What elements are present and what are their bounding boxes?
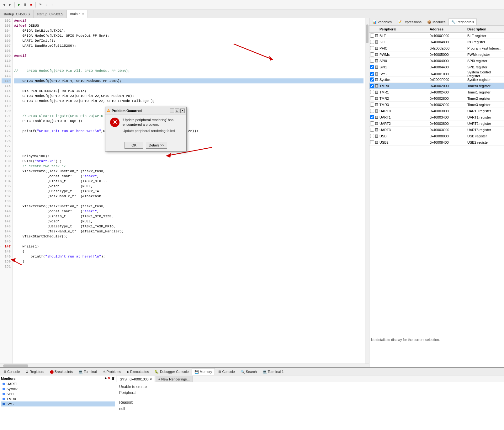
peripheral-row-tmr0[interactable]: 🔲 TMR0 0x40002000 Timer0 register	[369, 83, 504, 89]
peripheral-row-uart3[interactable]: 🔲 UART3 0x40003C00 UART3 register	[369, 127, 504, 133]
tab-terminal1[interactable]: 💻 Terminal 1	[260, 368, 287, 375]
peripheral-row-uart0[interactable]: 🔲 UART0 0x40003000 UART0 register	[369, 108, 504, 114]
cb-uart3[interactable]	[370, 128, 374, 132]
console-label: Console	[7, 370, 20, 374]
cb-tmr2[interactable]	[370, 96, 374, 100]
tab-console[interactable]: 🖥 Console	[0, 368, 23, 375]
monitor-item-tmr0[interactable]: TMR0	[1, 396, 115, 401]
cb-uart1[interactable]	[370, 115, 374, 119]
close-tab-icon[interactable]: ✕	[82, 12, 84, 15]
peripheral-row-tmr1[interactable]: 🔲 TMR1 0x40002400 Timer1 register	[369, 89, 504, 95]
modal-warning-icon: ⚠	[107, 109, 110, 113]
tab-startup2[interactable]: startup_CH583.S	[33, 10, 66, 18]
tab-console2[interactable]: 🖥 Console	[215, 368, 237, 375]
step-return-icon[interactable]: ↑	[50, 2, 55, 7]
expressions-icon: 📝	[397, 20, 402, 24]
tab-mainc[interactable]: main.c ✕	[67, 10, 88, 18]
tab-memory[interactable]: 💾 Memory	[192, 368, 215, 375]
tab-registers[interactable]: ⚙ Registers	[23, 368, 47, 375]
monitors-header-icons: + ✕ 🗑	[105, 376, 115, 380]
peripheral-row-i2c[interactable]: 🔲 I2C 0x40004800 I2C register	[369, 39, 504, 45]
modal-titlebar: ⚠ Problem Occurred ─ □ ✕	[105, 107, 186, 114]
col-description: Description	[467, 27, 503, 31]
tab-debugger-console[interactable]: 🐛 Debugger Console	[152, 368, 192, 375]
tab-startup1[interactable]: startup_CH583.S	[0, 10, 33, 18]
cb-uart0[interactable]	[370, 109, 374, 113]
console2-icon: 🖥	[218, 370, 221, 374]
cb-tmr0[interactable]	[370, 84, 374, 88]
peripheral-row-uart2[interactable]: 🔲 UART2 0x40003800 UART2 register	[369, 120, 504, 127]
memory-label: Memory	[200, 370, 212, 374]
pdesc-ble: BLE register	[467, 34, 503, 38]
modal-maximize-btn[interactable]: □	[175, 109, 179, 113]
tab-breakpoints[interactable]: ⬤ Breakpoints	[47, 368, 76, 375]
details-button[interactable]: Details >>	[146, 142, 167, 149]
step-into-icon[interactable]: ↓	[44, 2, 49, 7]
monitor-item-spi1[interactable]: SPI1	[1, 391, 115, 396]
back-icon[interactable]: ◀	[2, 2, 7, 7]
peripheral-row-usb2[interactable]: 🔲 USB2 0x40008400 USB2 register	[369, 139, 504, 146]
tab-search[interactable]: 🔍 Search	[238, 368, 260, 375]
cb-usb2[interactable]	[370, 140, 374, 144]
peripheral-row-tmr3[interactable]: 🔲 TMR3 0x40002C00 Timer3 register	[369, 102, 504, 108]
monitors-header: Monitors + ✕ 🗑	[1, 376, 115, 380]
cb-systick[interactable]	[370, 77, 374, 82]
peripherals-table: Peripheral Address Description 🔲 BLE 0x4…	[369, 26, 504, 336]
peripheral-row-systick[interactable]: 🔲 Systick 0xE000F000 Systick register	[369, 77, 504, 83]
monitors-clear-icon[interactable]: 🗑	[111, 376, 115, 380]
monitor-item-sys[interactable]: SYS	[1, 401, 115, 406]
editor-scrollbar-h[interactable]	[0, 364, 369, 367]
editor-scrollbar-v[interactable]	[365, 18, 369, 364]
editor-scrollbar-thumb[interactable]	[366, 24, 369, 43]
monitors-remove-icon[interactable]: ✕	[108, 376, 110, 380]
peripheral-row-spi0[interactable]: 🔲 SPI0 0x40004000 SPI0 register	[369, 58, 504, 64]
tab-executables[interactable]: ▶ Executables	[124, 368, 152, 375]
monitor-label-uart1: UART1	[7, 382, 18, 386]
memory-tab-sys-label: SYS : 0x40001000	[120, 377, 149, 381]
problems-icon: ⚠	[103, 370, 106, 374]
editor-scrollbar-h-thumb[interactable]	[3, 364, 28, 367]
cb-sys[interactable]	[370, 72, 374, 76]
tab-modules[interactable]: 📦 Modules	[424, 19, 448, 25]
new-renderings-btn[interactable]: + New Renderings...	[156, 376, 193, 382]
cb-i2c[interactable]	[370, 40, 374, 44]
tab-variables[interactable]: 📊 Variables	[369, 19, 395, 25]
cb-ble[interactable]	[370, 34, 374, 38]
code-lines[interactable]: #endif #ifdef DEBUG GPIOA_SetBits(bTXD1)…	[13, 18, 365, 364]
cb-spi1[interactable]	[370, 65, 374, 69]
memory-tab-sys[interactable]: SYS : 0x40001000 ✕	[117, 376, 155, 382]
step-over-icon[interactable]: ↷	[38, 2, 43, 7]
monitors-add-icon[interactable]: +	[105, 376, 107, 380]
peripheral-row-tmr2[interactable]: 🔲 TMR2 0x40002800 Timer2 register	[369, 95, 504, 102]
cb-tmr1[interactable]	[370, 90, 374, 94]
monitor-item-systick[interactable]: Systick	[1, 386, 115, 391]
monitor-item-uart1[interactable]: UART1	[1, 381, 115, 386]
cb-pfic[interactable]	[370, 46, 374, 50]
modal-close-btn[interactable]: ✕	[180, 109, 185, 113]
tab-problems[interactable]: ⚠ Problems	[100, 368, 124, 375]
tab-expressions[interactable]: 📝 Expressions	[395, 19, 424, 25]
forward-icon[interactable]: ▶	[8, 2, 13, 7]
memory-tab-close-icon[interactable]: ✕	[150, 378, 152, 381]
monitor-dot-tmr0	[3, 398, 5, 400]
peripheral-row-usb[interactable]: 🔲 USB 0x40008000 USB register	[369, 133, 504, 139]
run-icon[interactable]: ▶	[17, 2, 22, 7]
tab-terminal[interactable]: 💻 Terminal	[76, 368, 100, 375]
peripheral-row-pwmx[interactable]: 🔲 PWMx 0x40005000 PWMx register	[369, 51, 504, 58]
ok-button[interactable]: OK	[125, 142, 143, 149]
peripheral-row-spi1[interactable]: 🔲 SPI1 0x40004400 SPI1 register	[369, 64, 504, 70]
cb-spi0[interactable]	[370, 59, 374, 63]
modal-minimize-btn[interactable]: ─	[170, 109, 174, 113]
cb-tmr3[interactable]	[370, 103, 374, 107]
peripheral-row-sys[interactable]: 🔲 SYS 0x40001000 System Control Register	[369, 70, 504, 77]
peripheral-row-pfic[interactable]: 🔲 PFIC 0xE000E000 Program Fast Interrupt…	[369, 45, 504, 51]
suspend-icon[interactable]: ⏸	[23, 2, 28, 7]
col-address: Address	[430, 27, 467, 31]
cb-usb[interactable]	[370, 134, 374, 138]
peripheral-row-uart1[interactable]: 🔲 UART1 0x40003400 UART1 register	[369, 114, 504, 120]
stop-icon[interactable]: ■	[29, 2, 34, 7]
cb-uart2[interactable]	[370, 121, 374, 125]
peripheral-row-ble[interactable]: 🔲 BLE 0x4000C000 BLE register	[369, 33, 504, 39]
tab-peripherals[interactable]: 🔧 Peripherals	[448, 19, 477, 25]
cb-pwmx[interactable]	[370, 52, 374, 56]
